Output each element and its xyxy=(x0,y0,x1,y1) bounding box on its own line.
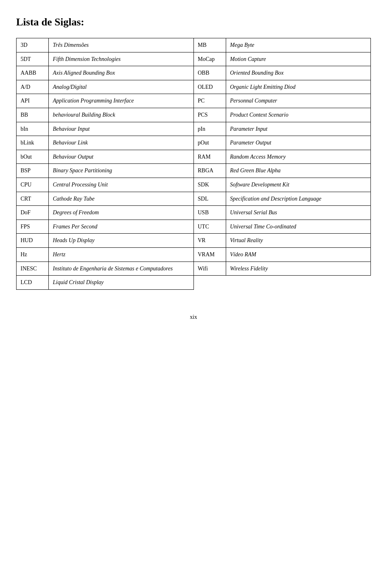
abbr-cell: AABB xyxy=(17,66,49,80)
table-row: AABBAxis Aligned Bounding Box xyxy=(17,66,194,80)
table-row: pInParameter Input xyxy=(194,122,371,136)
full-cell: Software Development Kit xyxy=(226,178,371,192)
abbr-cell: MB xyxy=(194,38,226,52)
abbr-cell: bLink xyxy=(17,136,49,150)
table-row: bOutBehaviour Output xyxy=(17,150,194,164)
table-row: 5DTFifth Dimension Technologies xyxy=(17,52,194,66)
full-cell: Axis Aligned Bounding Box xyxy=(49,66,194,80)
full-cell: Fifth Dimension Technologies xyxy=(49,52,194,66)
full-cell: Personnal Computer xyxy=(226,94,371,108)
full-cell: Behaviour Input xyxy=(49,122,194,136)
table-row: APIApplication Programming Interface xyxy=(17,94,194,108)
table-row: USBUniversal Serial Bus xyxy=(194,206,371,220)
table-row: BSPBinary Space Partitioning xyxy=(17,164,194,178)
table-row: CRTCathode Ray Tube xyxy=(17,192,194,206)
table-row: SDLSpecification and Description Languag… xyxy=(194,192,371,206)
page-number: xix xyxy=(16,314,371,320)
full-cell: Universal Serial Bus xyxy=(226,206,371,220)
abbr-cell: A/D xyxy=(17,80,49,94)
abbr-cell: BSP xyxy=(17,164,49,178)
abbr-cell: OBB xyxy=(194,66,226,80)
full-cell: Universal Time Co-ordinated xyxy=(226,220,371,234)
full-cell: Virtual Reality xyxy=(226,234,371,248)
table-row: MBMega Byte xyxy=(194,38,371,52)
full-cell: Instituto de Engenharia de Sistemas e Co… xyxy=(49,262,194,276)
table-row: BBbehavioural Building Block xyxy=(17,108,194,122)
abbr-cell: USB xyxy=(194,206,226,220)
abbr-cell: UTC xyxy=(194,220,226,234)
abbr-cell: PC xyxy=(194,94,226,108)
table-row: pOutParameter Output xyxy=(194,136,371,150)
right-table: MBMega ByteMoCapMotion CaptureOBBOriente… xyxy=(194,38,371,276)
full-cell: Product Context Scenario xyxy=(226,108,371,122)
full-cell: Parameter Input xyxy=(226,122,371,136)
left-table: 3DTrês Dimensões5DTFifth Dimension Techn… xyxy=(16,38,194,290)
abbr-cell: CRT xyxy=(17,192,49,206)
full-cell: Wireless Fidelity xyxy=(226,262,371,276)
table-row: PCPersonnal Computer xyxy=(194,94,371,108)
full-cell: Parameter Output xyxy=(226,136,371,150)
abbr-cell: BB xyxy=(17,108,49,122)
table-row: RAMRandom Access Memory xyxy=(194,150,371,164)
table-row: CPUCentral Processing Unit xyxy=(17,178,194,192)
abbr-cell: API xyxy=(17,94,49,108)
table-row: A/DAnalog/Digital xyxy=(17,80,194,94)
abbr-cell: RBGA xyxy=(194,164,226,178)
page-title: Lista de Siglas: xyxy=(16,16,371,28)
full-cell: Specification and Description Language xyxy=(226,192,371,206)
abbr-cell: FPS xyxy=(17,220,49,234)
abbr-cell: bIn xyxy=(17,122,49,136)
abbr-cell: OLED xyxy=(194,80,226,94)
full-cell: Vídeo RAM xyxy=(226,247,371,262)
abbr-cell: MoCap xyxy=(194,52,226,66)
full-cell: behavioural Building Block xyxy=(49,108,194,122)
abbr-cell: 5DT xyxy=(17,52,49,66)
full-cell: Analog/Digital xyxy=(49,80,194,94)
table-row: VRAMVídeo RAM xyxy=(194,247,371,262)
abbr-cell: Wifi xyxy=(194,262,226,276)
abbr-cell: pIn xyxy=(194,122,226,136)
abbr-cell: CPU xyxy=(17,178,49,192)
abbr-cell: SDK xyxy=(194,178,226,192)
full-cell: Random Access Memory xyxy=(226,150,371,164)
full-cell: Degrees of Freedom xyxy=(49,206,194,220)
table-row: LCDLiquid Cristal Display xyxy=(17,276,194,290)
table-row: WifiWireless Fidelity xyxy=(194,262,371,276)
table-row: DoFDegrees of Freedom xyxy=(17,206,194,220)
full-cell: Mega Byte xyxy=(226,38,371,52)
full-cell: Motion Capture xyxy=(226,52,371,66)
full-cell: Hertz xyxy=(49,247,194,262)
table-row: bInBehaviour Input xyxy=(17,122,194,136)
table-row: OBBOriented Bounding Box xyxy=(194,66,371,80)
abbr-cell: HUD xyxy=(17,234,49,248)
table-row: 3DTrês Dimensões xyxy=(17,38,194,52)
table-row: PCSProduct Context Scenario xyxy=(194,108,371,122)
tables-container: 3DTrês Dimensões5DTFifth Dimension Techn… xyxy=(16,38,371,290)
table-row: SDKSoftware Development Kit xyxy=(194,178,371,192)
abbr-cell: LCD xyxy=(17,276,49,290)
abbr-cell: VRAM xyxy=(194,247,226,262)
abbr-cell: RAM xyxy=(194,150,226,164)
full-cell: Red Green Blue Alpha xyxy=(226,164,371,178)
full-cell: Oriented Bounding Box xyxy=(226,66,371,80)
abbr-cell: Hz xyxy=(17,247,49,262)
table-row: HzHertz xyxy=(17,247,194,262)
full-cell: Binary Space Partitioning xyxy=(49,164,194,178)
abbr-cell: INESC xyxy=(17,262,49,276)
table-row: bLinkBehaviour Link xyxy=(17,136,194,150)
full-cell: Cathode Ray Tube xyxy=(49,192,194,206)
abbr-cell: SDL xyxy=(194,192,226,206)
full-cell: Três Dimensões xyxy=(49,38,194,52)
abbr-cell: VR xyxy=(194,234,226,248)
full-cell: Frames Per Second xyxy=(49,220,194,234)
table-row: INESCInstituto de Engenharia de Sistemas… xyxy=(17,262,194,276)
full-cell: Central Processing Unit xyxy=(49,178,194,192)
abbr-cell: PCS xyxy=(194,108,226,122)
table-row: VRVirtual Reality xyxy=(194,234,371,248)
table-row: UTCUniversal Time Co-ordinated xyxy=(194,220,371,234)
full-cell: Heads Up Display xyxy=(49,234,194,248)
full-cell: Behaviour Link xyxy=(49,136,194,150)
table-row: OLEDOrganic Light Emitting Diod xyxy=(194,80,371,94)
full-cell: Application Programming Interface xyxy=(49,94,194,108)
full-cell: Organic Light Emitting Diod xyxy=(226,80,371,94)
